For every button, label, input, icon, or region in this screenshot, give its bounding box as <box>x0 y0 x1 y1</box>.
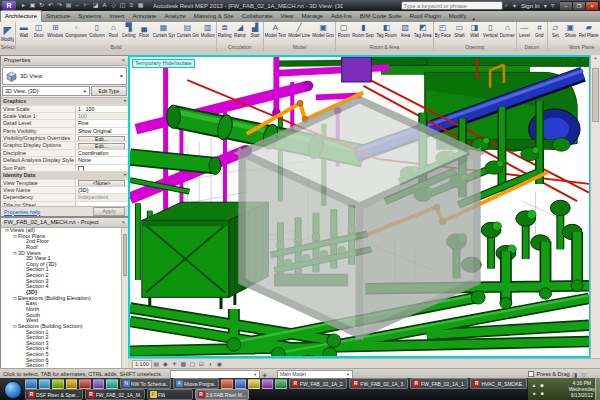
browser-scrollbar[interactable] <box>121 228 128 369</box>
taskbar-clock[interactable]: 4:16 PM Wednesday 6/13/2012 <box>569 380 595 398</box>
ribbon-button-stair[interactable]: ▟Stair <box>248 22 263 44</box>
temporary-hide-isolate-badge[interactable]: Temporary Hide/Isolate <box>132 59 195 68</box>
tray-icon[interactable]: ▲ <box>530 381 538 389</box>
tab-analyze[interactable]: Analyze <box>160 11 189 22</box>
ribbon-button-ramp[interactable]: ◢Ramp <box>233 22 248 44</box>
tray-icon[interactable]: ◆ <box>538 381 546 389</box>
help-icon[interactable]: ? <box>551 3 554 9</box>
ribbon-button-modify[interactable]: ◤Modify <box>0 22 15 44</box>
property-value-graphic-display-options[interactable]: Edit... <box>75 142 128 148</box>
taskbar-button[interactable]: RFW_FAB_02_1A_3... <box>349 378 408 389</box>
ribbon-button-roof[interactable]: ⌂Roof <box>106 22 121 44</box>
qat-section-icon[interactable]: ◫ <box>118 1 127 10</box>
qat-save-icon[interactable]: ▣ <box>28 1 37 10</box>
tab-add-ins[interactable]: Add-Ins <box>327 11 356 22</box>
pinned-app-icon[interactable] <box>221 379 233 389</box>
communication-center-icon[interactable]: ✦ <box>512 2 517 9</box>
instance-selector[interactable]: 3D View: {3D} ▼ <box>2 86 90 96</box>
property-value-visibility-graphics-overrides[interactable]: Edit... <box>75 135 128 141</box>
search-icon[interactable]: ⌕ <box>505 2 508 9</box>
scroll-up-icon[interactable]: ▲ <box>591 55 600 60</box>
ribbon-button-tag-area[interactable]: ◩Tag Area <box>413 22 433 44</box>
property-value-default-analysis-display-style[interactable]: None <box>75 157 128 163</box>
apply-button[interactable]: Apply <box>93 207 125 216</box>
tab-architecture[interactable]: Architecture <box>0 10 42 22</box>
ribbon-button-wall[interactable]: ◨Wall <box>467 22 482 44</box>
ribbon-button-ceiling[interactable]: ▜Ceiling <box>121 22 137 44</box>
property-value-detail-level[interactable]: Fine <box>75 120 128 126</box>
ribbon-button-grid[interactable]: #Grid <box>532 22 547 44</box>
ribbon-button-set[interactable]: ▱Set <box>548 22 563 44</box>
tab-view[interactable]: View <box>277 11 298 22</box>
show-desktop-button[interactable] <box>595 378 600 400</box>
taskbar-button[interactable]: RFW_FAB_02_1A_1... <box>410 378 469 389</box>
taskbar-button[interactable]: R2.6 FAB Riser M... <box>195 389 250 400</box>
ribbon-button-vertical[interactable]: ▯Vertical <box>482 22 499 44</box>
ribbon-button-curtain-grid[interactable]: ▤Curtain Grid <box>176 22 200 44</box>
ribbon-button-model-group[interactable]: ▣Model Group <box>311 22 335 44</box>
tab-massing-site[interactable]: Massing & Site <box>190 11 238 22</box>
pinned-app-icon[interactable] <box>52 379 64 389</box>
ribbon-button-room-separator[interactable]: ▮Room Separator <box>351 22 375 44</box>
edit-button[interactable]: <None> <box>78 180 125 186</box>
project-browser-title-bar[interactable]: FW_FAB_02_1A_MECH.rvt - Project Browser … <box>1 218 128 228</box>
pinned-app-icon[interactable] <box>248 379 260 389</box>
qat-switch-windows-icon[interactable]: ▦ <box>136 1 145 10</box>
properties-help-link[interactable]: Properties help <box>4 209 40 215</box>
ribbon-button-column[interactable]: ▯Column <box>88 22 106 44</box>
pinned-app-icon[interactable] <box>106 379 118 389</box>
maximize-button[interactable]: ❐ <box>573 1 586 11</box>
qat-undo-icon[interactable]: ↶ <box>46 1 55 10</box>
pinned-app-icon[interactable] <box>66 379 78 389</box>
pinned-app-icon[interactable] <box>235 379 247 389</box>
property-value-sun-path[interactable] <box>75 165 128 171</box>
ribbon-button-room[interactable]: ▢Room <box>336 22 351 44</box>
qat-aligned-dimension-icon[interactable]: ⊢ <box>82 1 91 10</box>
tab-manage[interactable]: Manage <box>297 11 327 22</box>
ribbon-button-by-face[interactable]: ◰By Face <box>434 22 453 44</box>
property-value-parts-visibility[interactable]: Show Original <box>75 128 128 134</box>
tab-insert[interactable]: Insert <box>105 11 128 22</box>
chevron-down-icon[interactable]: ▾ <box>544 2 547 9</box>
ribbon-button-shaft[interactable]: ▭Shaft <box>452 22 467 44</box>
infocenter-search-input[interactable] <box>401 1 503 10</box>
ribbon-button-mullion[interactable]: ▥Mullion <box>200 22 216 44</box>
close-button[interactable]: × <box>586 1 599 11</box>
tab-roof-plugin[interactable]: Roof Plugin <box>406 11 445 22</box>
ribbon-button-show[interactable]: ▣Show <box>563 22 578 44</box>
qat-redo-icon[interactable]: ↷ <box>55 1 64 10</box>
tab-structure[interactable]: Structure <box>42 11 74 22</box>
qat-print-icon[interactable]: ▤ <box>64 1 73 10</box>
ribbon-button-component[interactable]: ▫Component <box>64 22 88 44</box>
property-value-view-scale[interactable]: 1 : 100 <box>75 106 128 112</box>
ribbon-button-tag-room[interactable]: ◧Tag Room <box>375 22 398 44</box>
ribbon-button-door[interactable]: ◫Door <box>31 22 46 44</box>
close-icon[interactable]: × <box>121 218 125 227</box>
taskbar-button[interactable]: NNW To Schema... <box>120 378 171 389</box>
ribbon-button-model-line[interactable]: ╱Model Line <box>287 22 311 44</box>
edit-button[interactable]: Edit... <box>78 143 125 149</box>
pinned-app-icon[interactable] <box>262 379 274 389</box>
minimize-button[interactable]: – <box>560 1 573 11</box>
tab-systems[interactable]: Systems <box>74 11 105 22</box>
taskbar-button[interactable]: RDSF Riser & Spar... <box>25 389 83 400</box>
qat-text-icon[interactable]: A <box>100 1 109 10</box>
property-value-discipline[interactable]: Coordination <box>75 150 128 156</box>
ribbon-button-ref-plane[interactable]: ▰Ref Plane <box>578 22 600 44</box>
viewcube[interactable] <box>130 57 589 356</box>
exclude-options-icon[interactable]: ◨ <box>572 371 578 378</box>
qat-tag-icon[interactable]: ◪ <box>91 1 100 10</box>
qat-thin-lines-icon[interactable]: ≡ <box>127 1 136 10</box>
tab-bim-code-suite[interactable]: BIM Code Suite <box>356 11 406 22</box>
viewport-scrollbar[interactable]: ▲ <box>590 55 600 358</box>
3d-view-canvas[interactable]: Temporary Hide/Isolate – ❐ × <box>128 55 591 358</box>
tray-icon[interactable]: ● <box>530 389 538 397</box>
property-value-view-name[interactable]: {3D} <box>75 187 128 193</box>
ribbon-button-window[interactable]: ⊞Window <box>46 22 64 44</box>
taskbar-button[interactable]: AAltova Progra... <box>173 378 220 389</box>
qat-open-icon[interactable]: ▸ <box>19 1 28 10</box>
tab-annotate[interactable]: Annotate <box>128 11 160 22</box>
edit-button[interactable]: Edit... <box>78 136 125 142</box>
pinned-app-icon[interactable] <box>79 379 91 389</box>
ribbon-button-level[interactable]: —Level <box>517 22 532 44</box>
